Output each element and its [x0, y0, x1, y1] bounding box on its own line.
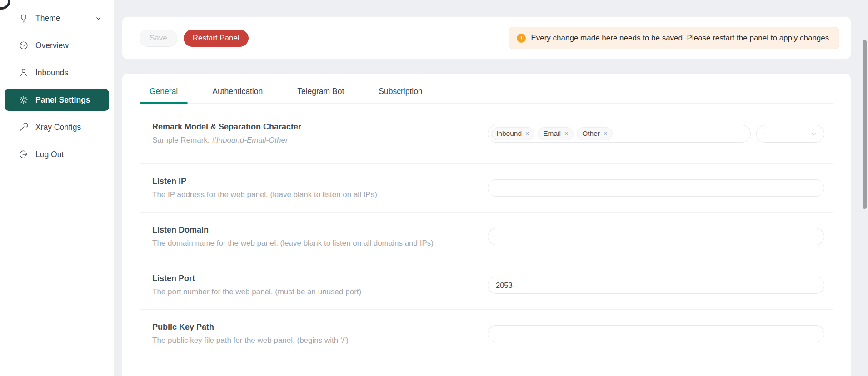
field-description: The port number for the web panel. (must…: [152, 287, 361, 297]
form-row-control: [488, 228, 824, 245]
listen-domain-input[interactable]: [488, 228, 824, 245]
settings-tabs: General Authentication Telegram Bot Subs…: [140, 74, 833, 104]
gear-icon: [18, 94, 29, 105]
sample-remark-prefix: Sample Remark:: [152, 136, 212, 144]
sidebar-item-xray-configs[interactable]: Xray Configs: [5, 116, 109, 138]
sidebar-item-label: Overview: [35, 41, 69, 50]
field-label: Remark Model & Separation Character: [152, 122, 301, 132]
form-row-text: Listen Domain The domain name for the we…: [140, 225, 434, 248]
separator-select[interactable]: -: [756, 125, 824, 143]
tab-telegram-bot[interactable]: Telegram Bot: [287, 87, 354, 103]
sidebar-item-overview[interactable]: Overview: [5, 35, 109, 56]
sidebar-item-theme[interactable]: Theme: [5, 7, 109, 29]
user-icon: [18, 67, 29, 78]
form-row-listen-domain: Listen Domain The domain name for the we…: [140, 213, 833, 261]
form-row-listen-ip: Listen IP The IP address for the web pan…: [140, 164, 833, 213]
sidebar-item-label: Inbounds: [35, 68, 68, 78]
tag-remove-icon[interactable]: ×: [525, 130, 529, 137]
sidebar: Theme Overview Inbounds Panel Settings: [0, 0, 114, 376]
sample-remark-value: #Inbound-Email-Other: [212, 136, 288, 144]
form-row-control: Inbound × Email × Other × -: [488, 125, 824, 143]
tag-email: Email ×: [538, 127, 574, 140]
save-button[interactable]: Save: [140, 30, 177, 47]
lightbulb-icon: [18, 13, 29, 24]
tab-authentication[interactable]: Authentication: [202, 87, 273, 103]
sidebar-nav: Theme Overview Inbounds Panel Settings: [0, 0, 114, 165]
form-row-listen-port: Listen Port The port number for the web …: [140, 261, 833, 310]
tag-label: Other: [582, 129, 600, 138]
separator-select-value: -: [763, 129, 766, 138]
tag-label: Email: [543, 129, 561, 138]
field-description: Sample Remark: #Inbound-Email-Other: [152, 136, 301, 145]
public-key-path-input[interactable]: [488, 325, 824, 342]
restart-panel-button[interactable]: Restart Panel: [184, 30, 249, 47]
chevron-down-icon: [810, 130, 817, 137]
field-label: Listen Port: [152, 274, 361, 283]
tab-subscription[interactable]: Subscription: [369, 87, 432, 103]
tag-remove-icon[interactable]: ×: [564, 130, 568, 137]
form-row-control: [488, 277, 824, 294]
field-description: The IP address for the web panel. (leave…: [152, 190, 377, 199]
warning-alert-text: Every change made here needs to be saved…: [531, 34, 831, 43]
wrench-icon: [18, 122, 29, 133]
remark-model-tag-select[interactable]: Inbound × Email × Other ×: [488, 125, 751, 143]
chevron-down-icon[interactable]: [95, 15, 102, 22]
tab-general[interactable]: General: [140, 87, 188, 103]
dashboard-icon: [18, 40, 29, 51]
form-row-text: Listen Port The port number for the web …: [140, 274, 361, 297]
form-row-control: [488, 325, 824, 342]
sidebar-item-panel-settings[interactable]: Panel Settings: [5, 89, 109, 111]
sidebar-item-label: Xray Configs: [35, 123, 81, 132]
form-row-control: [488, 179, 824, 197]
toolbar-buttons: Save Restart Panel: [140, 30, 249, 47]
toolbar-card: Save Restart Panel ! Every change made h…: [122, 17, 851, 59]
sidebar-item-label: Theme: [35, 14, 60, 23]
vertical-scrollbar[interactable]: [863, 40, 867, 209]
listen-port-input[interactable]: [488, 277, 824, 294]
settings-card: General Authentication Telegram Bot Subs…: [122, 74, 851, 376]
listen-ip-input[interactable]: [488, 179, 824, 197]
form-row-text: Remark Model & Separation Character Samp…: [140, 122, 301, 145]
form-row-remark-model: Remark Model & Separation Character Samp…: [140, 104, 833, 164]
tag-inbound: Inbound ×: [491, 127, 534, 140]
field-label: Listen IP: [152, 177, 377, 186]
form-row-text: Public Key Path The public key file path…: [140, 322, 349, 345]
sidebar-item-label: Panel Settings: [35, 95, 90, 105]
sidebar-item-label: Log Out: [35, 150, 64, 159]
tag-label: Inbound: [496, 129, 522, 138]
sidebar-item-inbounds[interactable]: Inbounds: [5, 62, 109, 84]
warning-icon: !: [517, 34, 526, 43]
field-description: The domain name for the web panel. (leav…: [152, 239, 434, 248]
field-label: Public Key Path: [152, 322, 349, 332]
form-row-text: Listen IP The IP address for the web pan…: [140, 177, 377, 199]
form-row-public-key-path: Public Key Path The public key file path…: [140, 310, 833, 358]
tag-remove-icon[interactable]: ×: [604, 130, 607, 137]
warning-alert: ! Every change made here needs to be sav…: [509, 27, 839, 49]
field-label: Listen Domain: [152, 225, 434, 235]
tag-other: Other ×: [577, 127, 613, 140]
logout-icon: [18, 149, 29, 160]
field-description: The public key file path for the web pan…: [152, 336, 349, 345]
sidebar-item-log-out[interactable]: Log Out: [5, 143, 109, 165]
